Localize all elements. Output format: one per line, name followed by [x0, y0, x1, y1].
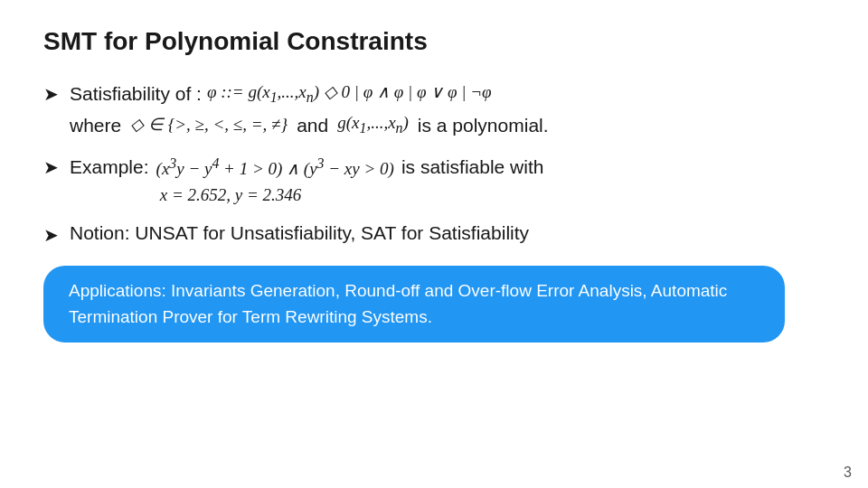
- slide-title: SMT for Polynomial Constraints: [43, 27, 825, 56]
- satisfiable-with-label: is satisfiable with: [401, 156, 544, 178]
- and-label: and: [297, 115, 328, 136]
- notion-text: Notion: UNSAT for Unsatisfiability, SAT …: [70, 222, 529, 243]
- bullet-arrow-3: ➤: [43, 224, 59, 246]
- satisfiability-formula: φ ::= g(x1,...,xn) ◇ 0 | φ ∧ φ | φ ∨ φ |…: [207, 81, 492, 107]
- example-line1: Example: (x3y − y4 + 1 > 0) ∧ (y3 − xy >…: [70, 155, 825, 181]
- example-formula-1: (x3y − y4 + 1 > 0) ∧ (y3 − xy > 0): [156, 155, 394, 181]
- example-line2: x = 2.652, y = 2.346: [70, 184, 825, 207]
- where-line: where ◇ ∈ {>, ≥, <, ≤, =, ≠} and g(x1,..…: [70, 112, 825, 137]
- highlight-box: Applications: Invariants Generation, Rou…: [43, 266, 785, 343]
- satisfiability-line: Satisfiability of : φ ::= g(x1,...,xn) ◇…: [70, 81, 825, 107]
- bullet-arrow-2: ➤: [43, 156, 59, 178]
- where-label: where: [70, 115, 121, 136]
- example-formula-2: x = 2.652, y = 2.346: [70, 184, 301, 207]
- example-label: Example:: [70, 156, 149, 178]
- bullet-content-3: Notion: UNSAT for Unsatisfiability, SAT …: [70, 222, 825, 244]
- bullet-section: ➤ Satisfiability of : φ ::= g(x1,...,xn)…: [43, 81, 825, 246]
- g-formula: g(x1,...,xn): [337, 112, 409, 137]
- polynomial-suffix: is a polynomial.: [418, 115, 549, 136]
- bullet-content-2: Example: (x3y − y4 + 1 > 0) ∧ (y3 − xy >…: [70, 155, 825, 207]
- bullet-item-3: ➤ Notion: UNSAT for Unsatisfiability, SA…: [43, 222, 825, 246]
- slide-container: SMT for Polynomial Constraints ➤ Satisfi…: [0, 0, 868, 488]
- page-number: 3: [844, 465, 852, 481]
- diamond-set-formula: ◇ ∈ {>, ≥, <, ≤, =, ≠}: [130, 114, 288, 136]
- satisfiability-label: Satisfiability of :: [70, 83, 202, 105]
- bullet-content-1: Satisfiability of : φ ::= g(x1,...,xn) ◇…: [70, 81, 825, 138]
- bullet-arrow-1: ➤: [43, 83, 59, 105]
- bullet-item-1: ➤ Satisfiability of : φ ::= g(x1,...,xn)…: [43, 81, 825, 138]
- bullet-item-2: ➤ Example: (x3y − y4 + 1 > 0) ∧ (y3 − xy…: [43, 155, 825, 207]
